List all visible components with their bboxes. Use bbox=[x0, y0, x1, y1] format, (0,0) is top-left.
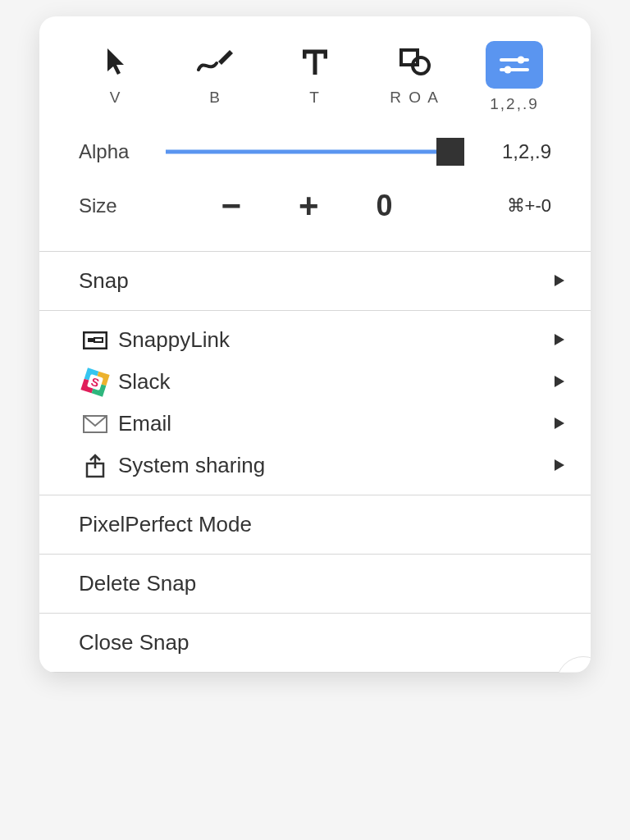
pointer-icon bbox=[104, 41, 127, 82]
sliders-icon bbox=[486, 41, 543, 89]
size-row: Size − + 0 ⌘+-0 bbox=[39, 174, 591, 251]
share-icon bbox=[79, 454, 112, 478]
menu-label: SnappyLink bbox=[118, 327, 553, 353]
email-icon bbox=[79, 415, 112, 433]
text-icon bbox=[303, 41, 327, 82]
menu-delete-snap[interactable]: Delete Snap bbox=[39, 555, 591, 614]
svg-point-3 bbox=[518, 57, 525, 64]
alpha-label: Alpha bbox=[79, 140, 153, 163]
tool-shortcut: 1,2,.9 bbox=[490, 95, 539, 113]
tool-shortcut: R O A bbox=[390, 89, 440, 107]
slack-icon: S bbox=[79, 371, 112, 394]
tool-sliders[interactable]: 1,2,.9 bbox=[477, 41, 551, 113]
menu-label: PixelPerfect Mode bbox=[79, 512, 566, 537]
size-increase-button[interactable]: + bbox=[299, 189, 319, 223]
size-reset-button[interactable]: 0 bbox=[377, 189, 393, 223]
svg-rect-0 bbox=[401, 50, 418, 65]
alpha-row: Alpha 1,2,.9 bbox=[39, 123, 591, 174]
size-buttons: − + 0 bbox=[153, 189, 461, 223]
alpha-slider[interactable] bbox=[166, 138, 464, 166]
menu-snappylink[interactable]: SnappyLink bbox=[39, 311, 591, 361]
menu-label: Snap bbox=[79, 268, 553, 294]
chevron-right-icon bbox=[553, 453, 566, 478]
menu-pixelperfect[interactable]: PixelPerfect Mode bbox=[39, 495, 591, 555]
tool-draw[interactable]: B bbox=[179, 41, 253, 107]
chevron-right-icon bbox=[553, 327, 566, 353]
tool-shortcut: B bbox=[209, 89, 221, 107]
chevron-right-icon bbox=[553, 411, 566, 436]
tool-pointer[interactable]: V bbox=[79, 41, 153, 107]
alpha-slider-thumb[interactable] bbox=[436, 138, 464, 166]
menu-close-snap[interactable]: Close Snap bbox=[39, 614, 591, 673]
menu-label: System sharing bbox=[118, 453, 553, 478]
svg-point-5 bbox=[504, 66, 512, 74]
shapes-icon bbox=[399, 41, 431, 82]
menu-system-sharing[interactable]: System sharing bbox=[39, 445, 591, 495]
alpha-slider-track bbox=[166, 150, 464, 154]
menu-snap[interactable]: Snap bbox=[39, 252, 591, 311]
chevron-right-icon bbox=[553, 268, 566, 294]
menu-slack[interactable]: S Slack bbox=[39, 361, 591, 403]
size-decrease-button[interactable]: − bbox=[221, 189, 241, 223]
menu-label: Delete Snap bbox=[79, 571, 566, 596]
draw-icon bbox=[197, 41, 235, 82]
menu-label: Close Snap bbox=[79, 630, 566, 655]
share-group: SnappyLink S Slack bbox=[39, 311, 591, 495]
settings-panel: V B T bbox=[39, 16, 591, 673]
toolbar: V B T bbox=[39, 16, 591, 123]
size-shortcut: ⌘+-0 bbox=[461, 195, 551, 217]
tool-text[interactable]: T bbox=[278, 41, 352, 107]
size-label: Size bbox=[79, 194, 153, 217]
tool-shortcut: V bbox=[110, 89, 122, 107]
alpha-shortcut: 1,2,.9 bbox=[477, 140, 551, 163]
snappylink-icon bbox=[79, 331, 112, 349]
svg-rect-8 bbox=[94, 338, 103, 342]
menu-label: Email bbox=[118, 411, 553, 436]
tool-shapes[interactable]: R O A bbox=[378, 41, 452, 107]
menu-label: Slack bbox=[118, 369, 553, 395]
tool-shortcut: T bbox=[309, 89, 321, 107]
menu-email[interactable]: Email bbox=[39, 403, 591, 445]
chevron-right-icon bbox=[553, 369, 566, 395]
